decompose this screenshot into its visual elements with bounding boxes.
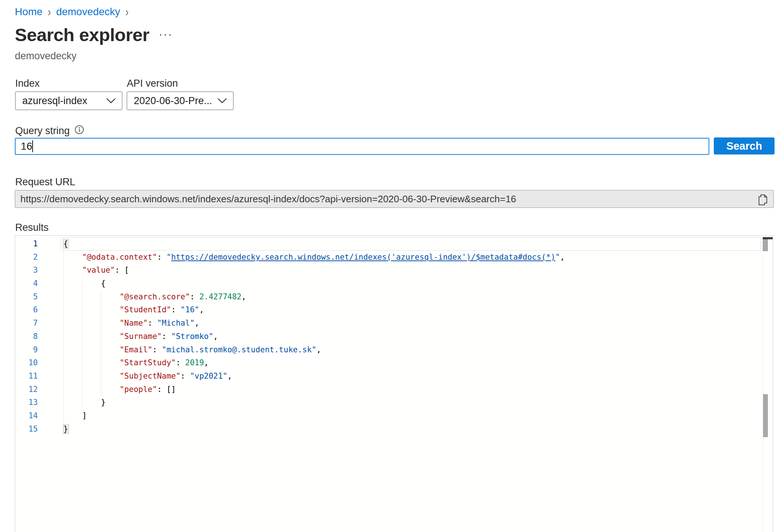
code-token <box>63 266 82 275</box>
code-token: : <box>162 332 171 341</box>
code-token: "Michal" <box>157 319 195 327</box>
code-token: : <box>180 372 190 380</box>
code-token: "StudentId" <box>120 305 171 314</box>
index-dropdown-value: azuresql-index <box>22 95 87 107</box>
code-token: , <box>195 319 199 327</box>
code-token: : <box>152 345 162 354</box>
line-number: 10 <box>15 356 38 370</box>
info-icon[interactable] <box>74 124 84 135</box>
scrollbar-thumb[interactable] <box>763 239 768 251</box>
code-token: " <box>556 253 560 262</box>
results-label: Results <box>15 222 49 233</box>
request-url-label: Request URL <box>15 176 75 188</box>
query-string-input[interactable] <box>15 138 709 155</box>
api-version-label: API version <box>127 78 178 89</box>
line-number: 11 <box>15 370 38 383</box>
results-editor[interactable]: 123456789101112131415 { "@odata.context"… <box>15 235 773 532</box>
code-line: } <box>63 423 565 436</box>
search-button[interactable]: Search <box>714 137 775 154</box>
code-token: } <box>101 398 106 407</box>
search-explorer-page: Home › demovedecky › Search explorer ···… <box>0 0 779 532</box>
code-token: "Name" <box>120 319 148 327</box>
code-line: { <box>63 237 565 251</box>
code-token: , <box>241 292 246 301</box>
code-token <box>63 332 120 341</box>
code-token: "michal.stromko@.student.tuke.sk" <box>162 345 316 354</box>
code-token: [ <box>124 266 129 275</box>
line-number: 5 <box>15 290 38 304</box>
code-line: "SubjectName": "vp2021", <box>63 370 565 383</box>
code-token: "Stromko" <box>171 332 213 341</box>
scrollbar-thumb[interactable] <box>763 394 768 437</box>
code-token: : <box>148 319 157 327</box>
code-token: "SubjectName" <box>120 372 180 380</box>
api-version-dropdown-value: 2020-06-30-Pre... <box>134 95 212 107</box>
code-token <box>63 305 120 314</box>
line-number: 1 <box>15 237 38 251</box>
copy-icon[interactable] <box>756 193 769 206</box>
code-token: , <box>204 358 209 367</box>
code-line: "StudentId": "16", <box>63 303 565 317</box>
code-token: "people" <box>120 385 157 394</box>
code-token: : <box>157 385 166 394</box>
line-number: 8 <box>15 330 38 343</box>
code-lines: { "@odata.context": "https://demovedecky… <box>63 237 565 436</box>
scrollbar-track <box>763 236 763 532</box>
code-line: "Surname": "Stromko", <box>63 330 565 343</box>
breadcrumb-separator-icon: › <box>48 5 51 19</box>
code-token: : <box>115 266 124 275</box>
code-token: "vp2021" <box>190 372 227 380</box>
json-link[interactable]: https://demovedecky.search.windows.net/i… <box>171 253 556 262</box>
index-dropdown[interactable]: azuresql-index <box>15 92 122 110</box>
code-token: "Email" <box>120 345 153 354</box>
code-line: "Email": "michal.stromko@.student.tuke.s… <box>63 343 565 357</box>
code-token: , <box>199 305 204 314</box>
code-line: { <box>63 277 565 290</box>
code-token: "value" <box>82 266 115 275</box>
more-options-icon[interactable]: ··· <box>159 27 173 41</box>
code-token <box>63 358 120 367</box>
gutter: 123456789101112131415 <box>15 237 38 436</box>
code-token: ] <box>82 411 87 420</box>
line-number: 13 <box>15 396 38 409</box>
line-number: 4 <box>15 277 38 290</box>
code-token: "Surname" <box>120 332 162 341</box>
line-number: 3 <box>15 264 38 277</box>
chevron-down-icon <box>217 98 227 104</box>
api-version-dropdown[interactable]: 2020-06-30-Pre... <box>127 92 233 110</box>
line-number: 6 <box>15 303 38 317</box>
breadcrumb-separator-icon: › <box>125 5 129 19</box>
text-cursor <box>32 140 33 152</box>
line-number: 12 <box>15 383 38 396</box>
code-token: , <box>560 253 565 262</box>
code-token: [] <box>166 385 176 394</box>
breadcrumb-link-demovedecky[interactable]: demovedecky <box>56 6 120 18</box>
code-token: "@odata.context" <box>82 253 157 262</box>
code-token: { <box>63 239 68 248</box>
code-token: { <box>101 279 106 288</box>
request-url-value: https://demovedecky.search.windows.net/i… <box>20 193 516 205</box>
code-line: "StartStudy": 2019, <box>63 356 565 370</box>
code-token: : <box>171 305 180 314</box>
breadcrumb: Home › demovedecky › <box>15 6 129 18</box>
page-subtitle: demovedecky <box>15 50 77 62</box>
request-url-field[interactable]: https://demovedecky.search.windows.net/i… <box>15 190 774 208</box>
line-number: 2 <box>15 251 38 264</box>
code-token <box>63 398 101 407</box>
code-token <box>63 279 101 288</box>
code-token: " <box>166 253 171 262</box>
code-token <box>63 372 120 380</box>
code-line: "value": [ <box>63 264 565 277</box>
code-token: } <box>63 425 68 433</box>
code-token: , <box>316 345 321 354</box>
index-label: Index <box>15 78 40 89</box>
breadcrumb-link-home[interactable]: Home <box>15 6 43 18</box>
code-token <box>63 292 120 301</box>
code-line: ] <box>63 409 565 423</box>
code-token <box>63 253 82 262</box>
line-number: 9 <box>15 343 38 357</box>
code-line: "@odata.context": "https://demovedecky.s… <box>63 251 565 264</box>
code-line: } <box>63 396 565 409</box>
code-token: , <box>213 332 218 341</box>
code-token <box>63 319 120 327</box>
